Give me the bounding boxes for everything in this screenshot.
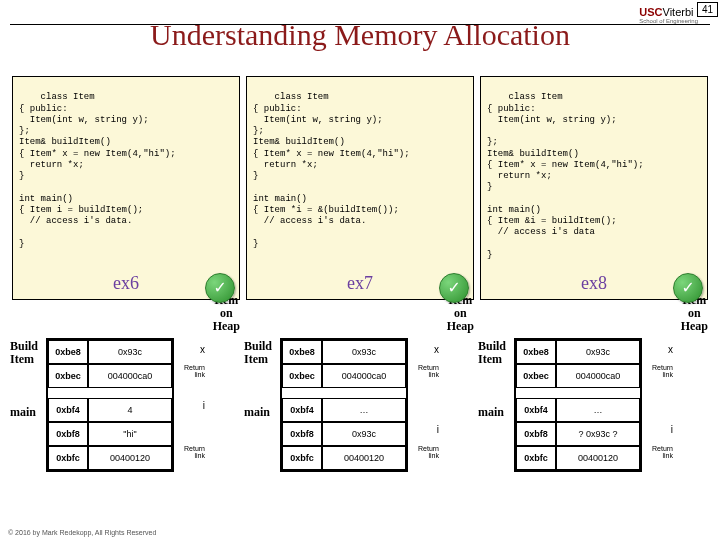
var-label: x xyxy=(408,344,442,355)
checkmark-icon: ✓ xyxy=(439,273,469,303)
stack-addr: 0xbf4 xyxy=(48,398,88,422)
stack-val: 004000ca0 xyxy=(322,364,406,388)
stack-gap xyxy=(48,388,172,398)
code-box-ex8: class Item { public: Item(int w, string … xyxy=(480,76,708,300)
stack-val: 004000ca0 xyxy=(556,364,640,388)
var-label: Return link xyxy=(408,364,442,378)
table-row: 0xbf80x93c xyxy=(282,422,406,446)
var-label: i xyxy=(408,424,442,435)
table-row: 0xbec004000ca0 xyxy=(48,364,172,388)
var-label: i xyxy=(174,400,208,411)
stack-val: 0x93c xyxy=(556,340,640,364)
stack-addr: 0xbe8 xyxy=(48,340,88,364)
stack-table: 0xbe80x93c 0xbec004000ca0 0xbf4… 0xbf8? … xyxy=(514,338,642,472)
table-row: 0xbe80x93c xyxy=(516,340,640,364)
stack-table: 0xbe80x93c 0xbec004000ca0 0xbf4… 0xbf80x… xyxy=(280,338,408,472)
table-row: 0xbf8"hi" xyxy=(48,422,172,446)
stack-addr: 0xbfc xyxy=(516,446,556,470)
table-row: 0xbf8? 0x93c ? xyxy=(516,422,640,446)
stack-val: 00400120 xyxy=(556,446,640,470)
stack-val: 4 xyxy=(88,398,172,422)
stack-val: 00400120 xyxy=(88,446,172,470)
slide-title: Understanding Memory Allocation xyxy=(0,18,720,52)
example-label: ex7 xyxy=(347,272,373,295)
var-label: Return link xyxy=(642,364,676,378)
stack-gap xyxy=(282,388,406,398)
var-label: Return link xyxy=(174,364,208,378)
logo-usc: USC xyxy=(639,6,662,18)
stack-addr: 0xbfc xyxy=(48,446,88,470)
table-row: 0xbf4… xyxy=(282,398,406,422)
var-label: Return link xyxy=(174,445,208,459)
build-item-label: Build Item xyxy=(10,340,38,366)
var-label: Return link xyxy=(642,445,676,459)
stack-addr: 0xbf4 xyxy=(282,398,322,422)
checkmark-icon: ✓ xyxy=(673,273,703,303)
stack-val: ? 0x93c ? xyxy=(556,422,640,446)
var-label: i xyxy=(642,424,676,435)
stack-val: 0x93c xyxy=(322,422,406,446)
table-row: 0xbec004000ca0 xyxy=(282,364,406,388)
diagram-ex7: Build Item main Item on Heap 0xbe80x93c … xyxy=(246,300,474,500)
logo-viterbi: Viterbi xyxy=(663,6,694,18)
stack-addr: 0xbec xyxy=(48,364,88,388)
code-text: class Item { public: Item(int w, string … xyxy=(487,92,644,260)
stack-addr: 0xbe8 xyxy=(282,340,322,364)
stack-val: 0x93c xyxy=(88,340,172,364)
stack-addr: 0xbf8 xyxy=(48,422,88,446)
code-box-ex7: class Item { public: Item(int w, string … xyxy=(246,76,474,300)
stack-addr: 0xbf8 xyxy=(282,422,322,446)
usc-viterbi-logo: USCViterbi School of Engineering xyxy=(639,6,698,24)
main-label: main xyxy=(478,406,504,419)
stack-addr: 0xbe8 xyxy=(516,340,556,364)
diagram-ex6: Build Item main Item on Heap 0xbe80x93c … xyxy=(12,300,240,500)
stack-val: 004000ca0 xyxy=(88,364,172,388)
table-row: 0xbfc00400120 xyxy=(48,446,172,470)
table-row: 0xbec004000ca0 xyxy=(516,364,640,388)
stack-val: … xyxy=(556,398,640,422)
table-row: 0xbf4… xyxy=(516,398,640,422)
main-label: main xyxy=(244,406,270,419)
checkmark-icon: ✓ xyxy=(205,273,235,303)
stack-val: "hi" xyxy=(88,422,172,446)
stack-gap xyxy=(516,388,640,398)
stack-addr: 0xbf4 xyxy=(516,398,556,422)
table-row: 0xbfc00400120 xyxy=(282,446,406,470)
code-text: class Item { public: Item(int w, string … xyxy=(19,92,176,248)
diagram-ex8: Build Item main Item on Heap 0xbe80x93c … xyxy=(480,300,708,500)
build-item-label: Build Item xyxy=(478,340,506,366)
var-label: x xyxy=(174,344,208,355)
example-label: ex6 xyxy=(113,272,139,295)
code-text: class Item { public: Item(int w, string … xyxy=(253,92,410,248)
table-row: 0xbe80x93c xyxy=(282,340,406,364)
stack-addr: 0xbfc xyxy=(282,446,322,470)
var-label: x xyxy=(642,344,676,355)
var-label: Return link xyxy=(408,445,442,459)
logo-school: School of Engineering xyxy=(639,18,698,24)
code-box-ex6: class Item { public: Item(int w, string … xyxy=(12,76,240,300)
page-number: 41 xyxy=(697,2,718,17)
stack-addr: 0xbf8 xyxy=(516,422,556,446)
copyright-text: © 2016 by Mark Redekopp, All Rights Rese… xyxy=(8,529,156,536)
stack-val: … xyxy=(322,398,406,422)
build-item-label: Build Item xyxy=(244,340,272,366)
stack-addr: 0xbec xyxy=(282,364,322,388)
stack-table: 0xbe80x93c 0xbec004000ca0 0xbf44 0xbf8"h… xyxy=(46,338,174,472)
stack-addr: 0xbec xyxy=(516,364,556,388)
code-columns: class Item { public: Item(int w, string … xyxy=(12,76,708,300)
table-row: 0xbfc00400120 xyxy=(516,446,640,470)
main-label: main xyxy=(10,406,36,419)
example-label: ex8 xyxy=(581,272,607,295)
stack-val: 0x93c xyxy=(322,340,406,364)
stack-val: 00400120 xyxy=(322,446,406,470)
memory-diagrams: Build Item main Item on Heap 0xbe80x93c … xyxy=(12,300,708,500)
table-row: 0xbf44 xyxy=(48,398,172,422)
table-row: 0xbe80x93c xyxy=(48,340,172,364)
